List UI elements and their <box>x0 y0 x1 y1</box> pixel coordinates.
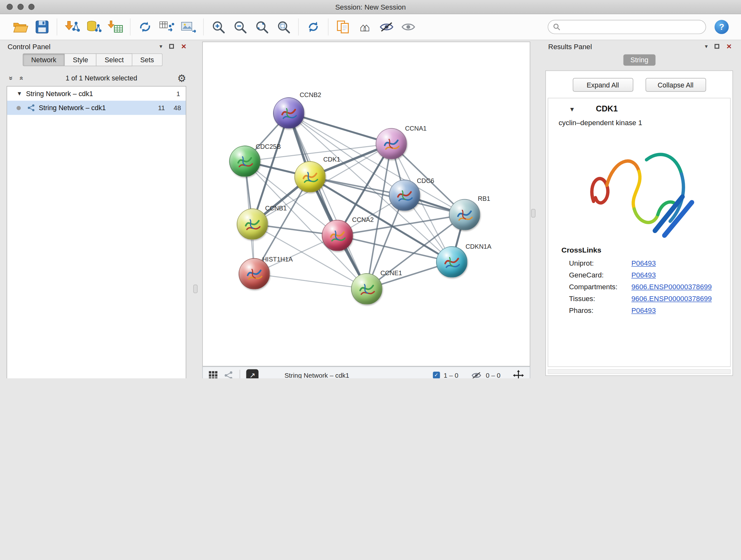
network-edge[interactable] <box>289 113 367 289</box>
cytoscape-window: Session: New Session ⌂⌂ ? Contro <box>0 0 741 378</box>
collapse-all-networks-icon[interactable]: » <box>7 73 15 83</box>
toolbar-separator <box>298 18 298 36</box>
crosslink-link[interactable]: 9606.ENSP00000378699 <box>631 283 712 291</box>
crosslink-link[interactable]: P06493 <box>631 271 656 279</box>
network-node-CDK1[interactable] <box>294 161 326 192</box>
gene-detail-section: ▼ CDK1 cyclin–dependent kinase 1 CrossLi… <box>548 98 731 367</box>
protein-structure-thumbnail <box>356 278 378 300</box>
network-node-label: CCNB1 <box>265 205 287 212</box>
search-icon <box>553 23 561 31</box>
import-network-file-button[interactable] <box>61 16 83 38</box>
pan-crosshair-icon[interactable] <box>513 369 524 378</box>
help-button[interactable]: ? <box>715 20 729 34</box>
protein-structure-thumbnail <box>242 213 264 235</box>
zoom-fit-icon <box>255 20 269 34</box>
network-node-label: CCNB2 <box>300 91 321 98</box>
import-network-database-button[interactable] <box>83 16 105 38</box>
network-node-count: 11 <box>158 104 165 112</box>
tab-style[interactable]: Style <box>65 53 97 66</box>
panel-close-icon[interactable]: × <box>181 42 186 51</box>
network-selection-status: 1 of 1 Network selected <box>25 74 178 82</box>
selected-nodes-checkbox-icon[interactable]: ✓ <box>433 372 440 378</box>
network-from-table-button[interactable] <box>156 16 178 38</box>
tab-network[interactable]: Network <box>23 53 65 66</box>
network-canvas[interactable]: CCNB2CCNA1CDC25BCDK1CDC6RB1CCNB1CCNA2CDK… <box>202 42 530 366</box>
results-panel: Results Panel ▾ × String Expand All Coll… <box>543 40 735 378</box>
search-input[interactable] <box>564 23 701 31</box>
network-node-CCNA2[interactable] <box>322 220 353 251</box>
zoom-selected-button[interactable] <box>273 16 294 38</box>
network-collection-row[interactable]: ▼ String Network – cdk1 1 <box>7 86 186 101</box>
network-node-RB1[interactable] <box>449 199 480 230</box>
tab-sets[interactable]: Sets <box>132 53 162 66</box>
network-share-icon <box>27 104 35 112</box>
network-node-label: CCNA2 <box>352 216 374 223</box>
network-edge[interactable] <box>289 113 391 144</box>
zoom-selected-icon <box>276 20 290 34</box>
crosslink-link[interactable]: P06493 <box>631 307 656 314</box>
zoom-out-button[interactable] <box>229 16 251 38</box>
toolbar-search[interactable] <box>548 20 706 34</box>
panel-maximize-icon[interactable] <box>715 44 720 49</box>
zoom-in-icon <box>211 20 225 34</box>
crosslink-label: Uniprot: <box>569 259 631 267</box>
copy-document-button[interactable] <box>332 16 354 38</box>
show-all-button[interactable] <box>397 16 419 38</box>
refresh-button[interactable] <box>302 16 324 38</box>
grid-view-icon[interactable] <box>208 370 218 378</box>
collection-count: 1 <box>177 90 180 98</box>
import-table-icon <box>107 20 123 34</box>
toolbar-separator <box>57 18 57 36</box>
panel-close-icon[interactable]: × <box>727 42 732 51</box>
import-database-icon <box>85 20 102 34</box>
save-session-button[interactable] <box>31 16 53 38</box>
panel-maximize-icon[interactable] <box>170 44 174 49</box>
open-session-button[interactable] <box>10 16 31 38</box>
network-edge[interactable] <box>337 235 452 262</box>
crosslink-row: GeneCard: P06493 <box>548 267 730 279</box>
protein-structure-image <box>580 131 698 243</box>
network-arrows-icon <box>138 20 152 34</box>
network-edge[interactable] <box>254 273 367 289</box>
network-node-CCNA1[interactable] <box>376 128 407 159</box>
hide-selected-button[interactable] <box>376 16 397 38</box>
hidden-eye-icon[interactable] <box>471 371 482 378</box>
gene-collapse-icon[interactable]: ▼ <box>569 106 575 113</box>
panel-float-icon[interactable]: ▾ <box>705 44 708 49</box>
left-splitter-handle[interactable] <box>193 285 198 294</box>
current-network-bullet-icon <box>17 106 21 110</box>
network-node-CDC6[interactable] <box>389 180 420 211</box>
network-tree: ▼ String Network – cdk1 1 String Network… <box>7 86 186 378</box>
right-splitter-handle[interactable] <box>531 209 536 218</box>
crosslink-link[interactable]: 9606.ENSP00000378699 <box>631 295 712 303</box>
collapse-all-button[interactable]: Collapse All <box>645 78 706 91</box>
import-network-icon <box>64 20 80 34</box>
network-share-view-icon[interactable] <box>224 370 233 378</box>
network-node-label: CDC25B <box>256 143 281 150</box>
network-node-CCNB1[interactable] <box>237 208 268 240</box>
network-view-toolbar: ↗ String Network – cdk1 ✓ 1 – 0 0 – 0 <box>202 367 530 378</box>
crosslink-link[interactable]: P06493 <box>631 259 656 267</box>
export-image-button[interactable] <box>178 16 199 38</box>
zoom-fit-button[interactable] <box>251 16 273 38</box>
protein-structure-thumbnail <box>300 166 321 188</box>
expand-all-button[interactable]: Expand All <box>572 78 633 91</box>
home-views-button[interactable]: ⌂⌂ <box>354 16 376 38</box>
expand-all-networks-icon[interactable]: » <box>17 73 25 83</box>
open-folder-icon <box>12 20 28 34</box>
panel-float-icon[interactable]: ▾ <box>159 44 162 49</box>
modify-network-button[interactable] <box>134 16 156 38</box>
network-node-CDKN1A[interactable] <box>436 246 468 278</box>
network-node-CCNE1[interactable] <box>351 273 382 305</box>
network-node-CCNB2[interactable] <box>273 98 305 129</box>
collection-expand-icon[interactable]: ▼ <box>16 90 23 97</box>
crosslink-row: Pharos: P06493 <box>548 303 730 314</box>
birdseye-view-button[interactable]: ↗ <box>246 369 259 378</box>
import-table-button[interactable] <box>105 16 126 38</box>
results-horizontal-scrollbar[interactable] <box>548 369 731 374</box>
zoom-in-button[interactable] <box>207 16 229 38</box>
network-options-gear-icon[interactable]: ⚙ <box>178 73 186 83</box>
string-results-tab[interactable]: String <box>623 54 656 66</box>
network-row[interactable]: String Network – cdk1 11 48 <box>7 101 186 115</box>
tab-select[interactable]: Select <box>97 53 132 66</box>
